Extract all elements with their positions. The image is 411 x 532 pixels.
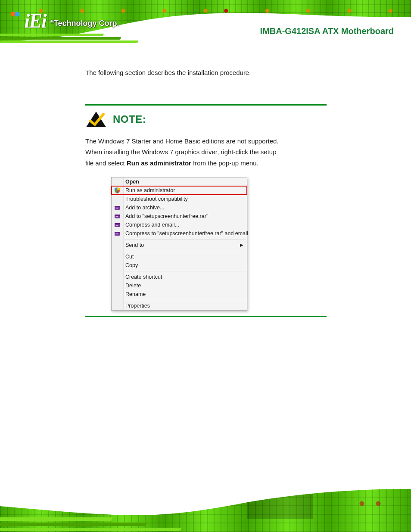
context-menu-separator (125, 300, 246, 300)
context-menu-item-troubleshoot[interactable]: Troubleshoot compatibility (112, 195, 247, 203)
submenu-arrow-icon: ▶ (240, 243, 243, 247)
shield-icon (114, 187, 120, 193)
context-menu: Open Run as administrator Troubleshoot c… (111, 177, 247, 311)
context-menu-item-cut[interactable]: Cut (112, 252, 247, 261)
context-menu-item-open[interactable]: Open (112, 177, 247, 186)
archive-icon (114, 213, 120, 219)
archive-icon (114, 222, 120, 228)
page-content: The following section describes the inst… (85, 67, 327, 317)
divider-top (85, 104, 327, 106)
context-menu-separator (125, 251, 246, 251)
document-title: IMBA-G412ISA ATX Motherboard (170, 22, 394, 40)
context-menu-item-add-archive[interactable]: Add to archive... (112, 203, 247, 212)
note-label: NOTE: (113, 113, 146, 125)
context-menu-item-create-shortcut[interactable]: Create shortcut (112, 273, 247, 281)
context-menu-item-run-as-administrator[interactable]: Run as administrator (112, 186, 247, 195)
context-menu-item-copy[interactable]: Copy (112, 261, 247, 270)
intro-paragraph: The following section describes the inst… (85, 67, 327, 78)
note-icon (85, 111, 107, 128)
context-menu-item-add-to-rar[interactable]: Add to "setupscreenhunterfree.rar" (112, 212, 247, 221)
svg-rect-9 (116, 225, 118, 226)
context-menu-item-properties[interactable]: Properties (112, 302, 247, 310)
context-menu-separator (125, 239, 246, 240)
svg-rect-3 (116, 208, 118, 208)
svg-rect-8 (115, 223, 120, 224)
svg-rect-12 (116, 233, 118, 234)
note-text: The Windows 7 Starter and Home Basic edi… (85, 136, 327, 169)
context-menu-item-rename[interactable]: Rename (112, 290, 247, 299)
logo-letters: iEi (25, 10, 46, 32)
archive-icon (114, 205, 120, 211)
brand-text: ®®Technology Corp.Technology Corp. (50, 19, 119, 28)
brand-logo: iEi ®®Technology Corp.Technology Corp. (11, 9, 119, 32)
footer-stripes (0, 510, 302, 532)
archive-icon (114, 230, 120, 236)
svg-rect-11 (115, 232, 120, 233)
footer-banner (0, 485, 411, 532)
svg-rect-5 (115, 215, 120, 216)
context-menu-item-delete[interactable]: Delete (112, 281, 247, 290)
context-menu-separator (125, 271, 246, 271)
context-menu-item-compress-email[interactable]: Compress and email... (112, 221, 247, 229)
svg-rect-6 (116, 216, 118, 217)
svg-rect-2 (115, 206, 120, 207)
iei-logo-text: iEi (11, 9, 46, 32)
divider-bottom (85, 316, 327, 317)
header-banner: iEi ®®Technology Corp.Technology Corp. I… (0, 0, 411, 52)
note-header-row: NOTE: (85, 111, 327, 128)
context-menu-item-compress-rar-email[interactable]: Compress to "setupscreenhunterfree.rar" … (112, 229, 247, 238)
context-menu-item-send-to[interactable]: Send to ▶ (112, 241, 247, 249)
